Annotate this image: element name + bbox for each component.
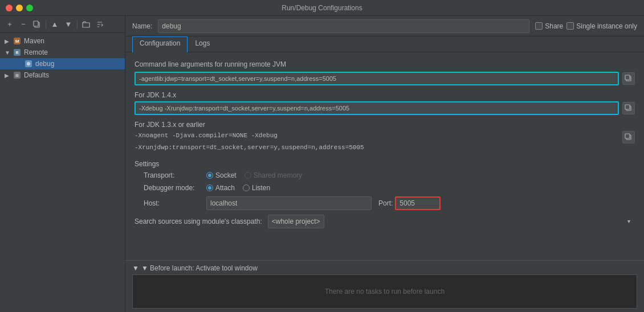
debugger-attach-option[interactable]: Attach <box>206 184 235 192</box>
before-launch-empty-text: There are no tasks to run before launch <box>325 288 445 295</box>
debugger-label: Debugger mode: <box>144 184 206 192</box>
sidebar-item-maven[interactable]: ▶ M Maven <box>0 35 125 47</box>
tabs-bar: Configuration Logs <box>125 36 644 52</box>
search-label: Search sources using module's classpath: <box>134 217 262 225</box>
before-launch-section: ▼ ▼ Before launch: Activate tool window … <box>125 260 644 312</box>
attach-radio[interactable] <box>206 184 213 191</box>
window-controls <box>6 5 33 11</box>
sidebar-item-defaults[interactable]: ▶ ⊞ Defaults <box>0 69 125 81</box>
content-panel: Name: Share Single instance only Configu… <box>125 16 644 312</box>
close-button[interactable] <box>6 5 13 11</box>
shared-radio[interactable] <box>244 172 251 179</box>
sidebar-item-label: Maven <box>24 37 44 45</box>
search-row: Search sources using module's classpath:… <box>134 215 635 228</box>
jdk13-line1: -Xnoagent -Djava.compiler=NONE -Xdebug <box>134 131 619 141</box>
jdk14-row <box>134 101 635 115</box>
transport-shared-option[interactable]: Shared memory <box>244 171 302 179</box>
cmd-label: Command line arguments for running remot… <box>134 60 635 68</box>
before-launch-body: There are no tasks to run before launch <box>132 274 637 309</box>
svg-text:M: M <box>15 39 19 44</box>
debugger-radio-group: Attach Listen <box>206 184 270 192</box>
socket-radio[interactable] <box>206 172 213 179</box>
svg-rect-1 <box>34 21 38 26</box>
sidebar: + − ▲ ▼ <box>0 16 125 312</box>
transport-label: Transport: <box>144 171 206 179</box>
attach-label: Attach <box>215 184 235 192</box>
folder-button[interactable] <box>80 18 92 31</box>
copy-cmd-button[interactable] <box>622 72 635 85</box>
search-select[interactable]: <whole project> <box>268 215 324 228</box>
debugger-row: Debugger mode: Attach Listen <box>134 184 635 192</box>
before-launch-chevron-icon: ▼ <box>132 264 139 272</box>
move-up-button[interactable]: ▲ <box>48 18 61 31</box>
settings-section: Settings Transport: Socket Shared memory <box>134 160 635 210</box>
share-checkbox-wrap[interactable]: Share <box>535 22 563 30</box>
port-label: Port: <box>378 199 393 207</box>
single-instance-checkbox[interactable] <box>566 22 574 30</box>
cmd-row <box>134 72 635 85</box>
name-label: Name: <box>132 22 152 30</box>
remove-config-button[interactable]: − <box>17 18 30 31</box>
maven-icon: M <box>13 36 22 46</box>
jdk14-input[interactable] <box>134 101 619 115</box>
maximize-button[interactable] <box>26 5 33 11</box>
minimize-button[interactable] <box>16 5 23 11</box>
before-launch-header[interactable]: ▼ ▼ Before launch: Activate tool window <box>132 264 637 272</box>
sidebar-item-label: Remote <box>24 48 48 56</box>
jdk14-label: For JDK 1.4.x <box>134 91 635 99</box>
svg-text:R: R <box>15 51 18 55</box>
before-launch-label: ▼ Before launch: Activate tool window <box>141 264 258 272</box>
sidebar-item-remote[interactable]: ▼ R Remote <box>0 47 125 58</box>
remote-icon: R <box>13 48 22 57</box>
name-input[interactable] <box>158 19 529 33</box>
transport-radio-group: Socket Shared memory <box>206 171 302 179</box>
host-input[interactable] <box>206 196 372 210</box>
copy-jdk13-button[interactable] <box>622 131 635 143</box>
copy-config-button[interactable] <box>31 18 43 31</box>
svg-point-7 <box>27 62 30 65</box>
host-label: Host: <box>144 199 206 207</box>
window-title: Run/Debug Configurations <box>282 4 362 12</box>
main-layout: + − ▲ ▼ <box>0 16 644 312</box>
search-select-wrap: <whole project> <box>268 215 635 228</box>
shared-label: Shared memory <box>254 171 302 179</box>
toolbar-separator-2 <box>77 20 78 29</box>
svg-rect-11 <box>625 75 630 80</box>
host-row: Host: Port: <box>134 196 635 210</box>
copy-jdk14-button[interactable] <box>622 102 635 114</box>
port-input[interactable] <box>395 196 441 210</box>
svg-text:⊞: ⊞ <box>15 73 19 77</box>
chevron-right-icon: ▶ <box>5 38 11 44</box>
transport-socket-option[interactable]: Socket <box>206 171 237 179</box>
tab-configuration[interactable]: Configuration <box>132 36 188 52</box>
config-content: Command line arguments for running remot… <box>125 52 644 260</box>
share-area: Share Single instance only <box>535 22 637 30</box>
sidebar-item-debug[interactable]: ▶ debug <box>0 58 125 69</box>
listen-label: Listen <box>252 184 270 192</box>
single-instance-label: Single instance only <box>576 22 637 30</box>
titlebar: Run/Debug Configurations <box>0 0 644 16</box>
svg-rect-15 <box>625 134 630 138</box>
sidebar-item-label: Defaults <box>24 71 49 79</box>
move-down-button[interactable]: ▼ <box>62 18 75 31</box>
listen-radio[interactable] <box>243 184 250 191</box>
svg-rect-13 <box>625 105 630 109</box>
tab-logs[interactable]: Logs <box>188 36 217 52</box>
jdk13-label: For JDK 1.3.x or earlier <box>134 121 635 129</box>
settings-title: Settings <box>134 160 635 168</box>
add-config-button[interactable]: + <box>3 18 16 31</box>
toolbar-separator <box>46 20 46 29</box>
socket-label: Socket <box>215 171 237 179</box>
sort-button[interactable] <box>93 18 106 31</box>
sidebar-toolbar: + − ▲ ▼ <box>0 16 125 33</box>
debug-config-icon <box>24 59 33 68</box>
cmd-input[interactable] <box>134 72 619 85</box>
transport-row: Transport: Socket Shared memory <box>134 171 635 179</box>
chevron-down-icon: ▼ <box>5 50 11 56</box>
single-instance-checkbox-wrap[interactable]: Single instance only <box>566 22 637 30</box>
share-label: Share <box>545 22 563 30</box>
debugger-listen-option[interactable]: Listen <box>243 184 270 192</box>
defaults-icon: ⊞ <box>13 71 22 80</box>
chevron-right-icon: ▶ <box>5 72 11 79</box>
share-checkbox[interactable] <box>535 22 543 30</box>
